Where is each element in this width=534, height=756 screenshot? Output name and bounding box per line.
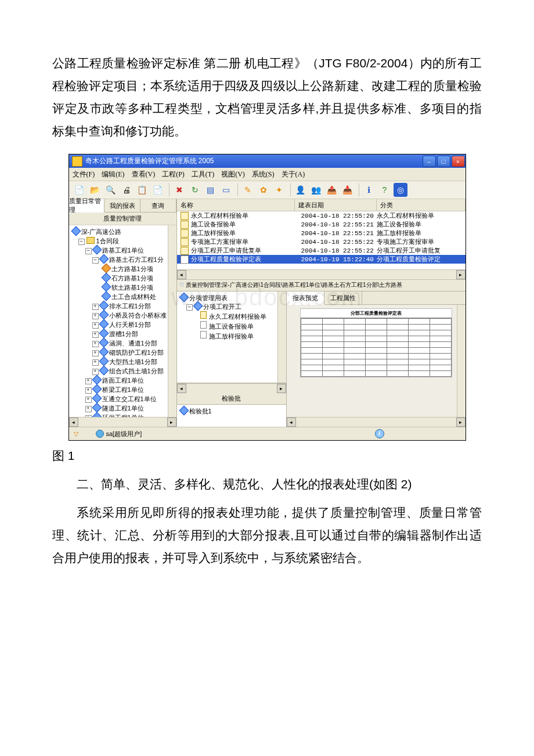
batch-section-title: 检验批 xyxy=(177,393,286,405)
info-icon[interactable]: i xyxy=(375,429,384,438)
figure-1-caption: 图 1 xyxy=(52,448,482,464)
list-row[interactable]: 施工放样报验单2004-10-18 22:55:21施工放样报验单 xyxy=(177,229,466,237)
tb-preview-icon[interactable]: 🔍 xyxy=(104,183,118,197)
menu-about[interactable]: 关于(A) xyxy=(282,170,305,179)
menu-file[interactable]: 文件(F) xyxy=(73,170,95,179)
file-icon xyxy=(200,331,207,339)
sub-tree[interactable]: 分项管理用表 –分项工程开工 永久工程材料报验单 施工设备报验单 施工放样报验单 xyxy=(177,291,286,383)
tb-new-icon[interactable]: 📄 xyxy=(73,183,86,197)
tb-refresh-icon[interactable]: ↻ xyxy=(188,183,202,197)
toolbar: 📄 📂 🔍 🖨 📋 📄 ✖ ↻ ▤ ▭ ✎ ✿ ✦ 👤 👥 📤 📥 ℹ ? ◎ xyxy=(69,181,466,199)
globe-icon xyxy=(96,430,104,438)
list-row[interactable]: 专项施工方案报审单2004-10-18 22:55:22专项施工方案报审单 xyxy=(177,237,466,246)
col-cat[interactable]: 分类 xyxy=(377,199,466,211)
tb-info-icon[interactable]: ℹ xyxy=(362,183,376,197)
tb-help-icon[interactable]: ? xyxy=(378,183,392,197)
paragraph-intro: 公路工程质量检验评定标准 第二册 机电工程》（JTG F80/2-2004）内的… xyxy=(52,52,482,142)
tab-project-props[interactable]: 工程属性 xyxy=(324,291,362,304)
tb-tool1-icon[interactable]: ✎ xyxy=(241,183,255,197)
tb-copy-icon[interactable]: 📋 xyxy=(135,183,149,197)
menu-system[interactable]: 系统(S) xyxy=(252,170,275,179)
batch-list[interactable]: 检验批1 xyxy=(177,405,286,427)
tb-export-icon[interactable]: 📤 xyxy=(325,183,339,197)
tb-stop-icon[interactable]: ◎ xyxy=(394,183,407,197)
paragraph-section-2: 系统采用所见即所得的报表处理功能，提供了质量控制管理、质量日常管理、统计、汇总、… xyxy=(52,502,482,570)
scroll-right-icon[interactable]: ▸ xyxy=(277,384,286,393)
tree-vscrollbar[interactable] xyxy=(168,225,176,417)
app-icon xyxy=(72,156,82,167)
tab-report-preview[interactable]: 报表预览 xyxy=(287,291,324,305)
report-preview[interactable]: 分部工程质量检验评定表 xyxy=(287,305,466,417)
window-title: 奇木公路工程质量检验评定管理系统 2005 xyxy=(85,156,422,166)
scroll-left-icon[interactable]: ◂ xyxy=(69,417,78,427)
list-row[interactable]: 分项工程开工申请批复单2004-10-18 22:55:22分项工程开工申请批复 xyxy=(177,246,466,255)
tb-list-icon[interactable]: ▤ xyxy=(204,183,218,197)
doc-icon xyxy=(181,229,189,237)
preview-hscrollbar[interactable]: ◂ ▸ xyxy=(287,417,466,427)
scroll-right-icon[interactable]: ▸ xyxy=(456,417,466,427)
project-tree[interactable]: 深-广高速公路 –1合同段 –路基工程1单位 –路基土石方工程1分 土方路基1分… xyxy=(69,225,176,417)
tb-import-icon[interactable]: 📥 xyxy=(341,183,355,197)
list-header: 名称 建表日期 分类 xyxy=(177,199,466,211)
tb-paste-icon[interactable]: 📄 xyxy=(151,183,165,197)
preview-tabs: 报表预览 工程属性 xyxy=(287,291,466,305)
list-hscrollbar[interactable]: ◂ ▸ xyxy=(177,269,466,280)
list-row[interactable]: 施工设备报验单2004-10-18 22:55:21施工设备报验单 xyxy=(177,220,466,229)
menu-tools[interactable]: 工具(T) xyxy=(192,170,214,179)
left-panel-title: 质量控制管理 xyxy=(69,213,176,225)
tb-open-icon[interactable]: 📂 xyxy=(88,183,102,197)
tb-user1-icon[interactable]: 👤 xyxy=(294,183,308,197)
window-maximize-button[interactable]: □ xyxy=(437,156,450,167)
menu-edit[interactable]: 编辑(E) xyxy=(102,170,124,179)
menu-view[interactable]: 查看(V) xyxy=(132,170,156,179)
tb-sep-1 xyxy=(169,183,170,197)
preview-sheet: 分部工程质量检验评定表 xyxy=(300,308,452,377)
scroll-left-icon[interactable]: ◂ xyxy=(287,417,296,427)
file-icon xyxy=(200,311,207,319)
list-row-selected[interactable]: 分项工程质量检验评定表2004-10-19 15:22:40分项工程质量检验评定 xyxy=(177,255,466,264)
status-bar: ▽ sa[超级用户] i xyxy=(69,427,466,440)
tb-delete-icon[interactable]: ✖ xyxy=(172,183,186,197)
tb-tool3-icon[interactable]: ✦ xyxy=(272,183,286,197)
chevron-down-icon[interactable]: ▽ xyxy=(74,430,78,438)
tb-print-icon[interactable]: 🖨 xyxy=(120,183,134,197)
file-icon xyxy=(200,321,207,329)
window-titlebar[interactable]: 奇木公路工程质量检验评定管理系统 2005 – □ × xyxy=(69,154,466,168)
list-row[interactable]: 永久工程材料报验单2004-10-18 22:55:20永久工程材料报验单 xyxy=(177,211,466,220)
doc-icon xyxy=(181,221,189,229)
heart-icon: ♡ xyxy=(179,282,185,288)
scroll-right-icon[interactable]: ▸ xyxy=(167,417,176,427)
report-list[interactable]: 永久工程材料报验单2004-10-18 22:55:20永久工程材料报验单 施工… xyxy=(177,211,466,269)
tb-tool2-icon[interactable]: ✿ xyxy=(257,183,270,197)
menu-bar[interactable]: 文件(F) 编辑(E) 查看(V) 工程(P) 工具(T) 视图(V) 系统(S… xyxy=(69,168,466,181)
col-name[interactable]: 名称 xyxy=(177,199,295,211)
doc-icon xyxy=(181,247,189,255)
status-user: sa[超级用户] xyxy=(106,430,142,438)
tb-sep-3 xyxy=(290,183,291,197)
doc-icon xyxy=(181,238,189,246)
tb-user2-icon[interactable]: 👥 xyxy=(309,183,323,197)
figure-1-screenshot: 奇木公路工程质量检验评定管理系统 2005 – □ × 文件(F) 编辑(E) … xyxy=(68,154,466,441)
tab-query[interactable]: 查询 xyxy=(140,199,176,212)
subtree-hscrollbar[interactable]: ◂ ▸ xyxy=(177,383,286,393)
tab-daily-mgmt[interactable]: 质量日常管理 xyxy=(69,199,105,213)
doc-icon xyxy=(181,212,189,220)
tb-form-icon[interactable]: ▭ xyxy=(219,183,233,197)
menu-project[interactable]: 工程(P) xyxy=(162,170,185,179)
breadcrumb: ♡质量控制管理:深-广高速公路\1合同段\路基工程1单位\路基土石方工程1分部\… xyxy=(177,280,466,291)
tb-sep-4 xyxy=(359,183,360,197)
tab-my-reports[interactable]: 我的报表 xyxy=(104,199,140,212)
doc-icon xyxy=(181,255,189,264)
section-2-heading: 二、简单、灵活、多样化、规范化、人性化的报表处理(如图 2) xyxy=(52,473,482,496)
window-minimize-button[interactable]: – xyxy=(423,156,436,167)
tree-hscrollbar[interactable]: ◂ ▸ xyxy=(69,417,176,427)
menu-view2[interactable]: 视图(V) xyxy=(221,170,245,179)
scroll-right-icon[interactable]: ▸ xyxy=(456,270,466,279)
col-date[interactable]: 建表日期 xyxy=(295,199,377,211)
scroll-left-icon[interactable]: ◂ xyxy=(177,384,186,393)
scroll-left-icon[interactable]: ◂ xyxy=(177,270,186,279)
tb-sep-2 xyxy=(237,183,239,197)
window-close-button[interactable]: × xyxy=(452,156,465,167)
left-tabs: 质量日常管理 我的报表 查询 xyxy=(69,199,176,213)
